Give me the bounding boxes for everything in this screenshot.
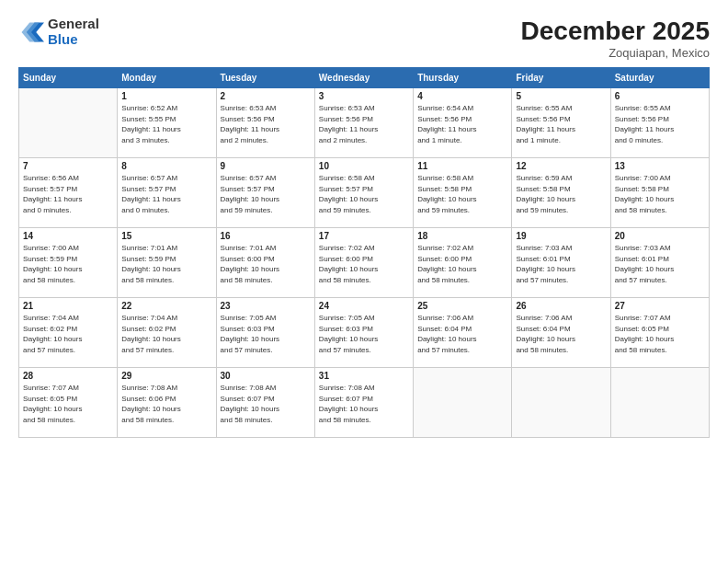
day-info: Sunrise: 6:55 AMSunset: 5:56 PMDaylight:… <box>516 103 606 145</box>
day-number: 26 <box>516 301 606 311</box>
calendar-cell: 17Sunrise: 7:02 AMSunset: 6:00 PMDayligh… <box>314 228 413 298</box>
day-number: 27 <box>615 301 705 311</box>
calendar-header-row: Sunday Monday Tuesday Wednesday Thursday… <box>19 68 710 88</box>
calendar-cell <box>610 368 709 438</box>
day-info: Sunrise: 7:00 AMSunset: 5:59 PMDaylight:… <box>23 243 113 285</box>
calendar-week-row-4: 21Sunrise: 7:04 AMSunset: 6:02 PMDayligh… <box>19 298 710 368</box>
day-info: Sunrise: 7:08 AMSunset: 6:07 PMDaylight:… <box>319 383 409 425</box>
col-friday: Friday <box>512 68 610 88</box>
day-info: Sunrise: 7:07 AMSunset: 6:05 PMDaylight:… <box>23 383 113 425</box>
day-info: Sunrise: 6:58 AMSunset: 5:58 PMDaylight:… <box>417 173 507 215</box>
calendar-cell: 25Sunrise: 7:06 AMSunset: 6:04 PMDayligh… <box>414 298 512 368</box>
day-info: Sunrise: 7:04 AMSunset: 6:02 PMDaylight:… <box>23 313 113 355</box>
day-info: Sunrise: 7:06 AMSunset: 6:04 PMDaylight:… <box>417 313 507 355</box>
day-number: 22 <box>121 301 211 311</box>
calendar-cell: 16Sunrise: 7:01 AMSunset: 6:00 PMDayligh… <box>216 228 314 298</box>
day-info: Sunrise: 6:58 AMSunset: 5:57 PMDaylight:… <box>319 173 409 215</box>
day-number: 7 <box>23 161 113 171</box>
calendar-week-row-5: 28Sunrise: 7:07 AMSunset: 6:05 PMDayligh… <box>19 368 710 438</box>
col-wednesday: Wednesday <box>314 68 413 88</box>
calendar-cell: 29Sunrise: 7:08 AMSunset: 6:06 PMDayligh… <box>118 368 216 438</box>
day-info: Sunrise: 6:57 AMSunset: 5:57 PMDaylight:… <box>221 173 311 215</box>
day-number: 16 <box>221 231 311 241</box>
day-number: 5 <box>516 91 606 101</box>
calendar-cell: 20Sunrise: 7:03 AMSunset: 6:01 PMDayligh… <box>610 228 709 298</box>
day-info: Sunrise: 6:57 AMSunset: 5:57 PMDaylight:… <box>121 173 211 215</box>
day-info: Sunrise: 7:05 AMSunset: 6:03 PMDaylight:… <box>221 313 311 355</box>
calendar-cell: 27Sunrise: 7:07 AMSunset: 6:05 PMDayligh… <box>610 298 709 368</box>
calendar-body: 1Sunrise: 6:52 AMSunset: 5:55 PMDaylight… <box>19 88 710 438</box>
calendar-cell: 28Sunrise: 7:07 AMSunset: 6:05 PMDayligh… <box>19 368 118 438</box>
day-number: 18 <box>417 231 507 241</box>
logo-blue-text: Blue <box>48 32 99 48</box>
day-info: Sunrise: 6:53 AMSunset: 5:56 PMDaylight:… <box>221 103 311 145</box>
day-number: 25 <box>417 301 507 311</box>
calendar-cell: 14Sunrise: 7:00 AMSunset: 5:59 PMDayligh… <box>19 228 118 298</box>
header: General Blue December 2025 Zoquiapan, Me… <box>18 17 710 60</box>
logo: General Blue <box>18 17 99 47</box>
calendar-cell: 7Sunrise: 6:56 AMSunset: 5:57 PMDaylight… <box>19 158 118 228</box>
day-number: 15 <box>121 231 211 241</box>
day-info: Sunrise: 7:08 AMSunset: 6:07 PMDaylight:… <box>221 383 311 425</box>
calendar-cell <box>414 368 512 438</box>
col-saturday: Saturday <box>610 68 709 88</box>
col-thursday: Thursday <box>414 68 512 88</box>
calendar-cell: 3Sunrise: 6:53 AMSunset: 5:56 PMDaylight… <box>314 88 413 158</box>
calendar-cell: 5Sunrise: 6:55 AMSunset: 5:56 PMDaylight… <box>512 88 610 158</box>
title-section: December 2025 Zoquiapan, Mexico <box>521 17 710 60</box>
calendar-cell: 6Sunrise: 6:55 AMSunset: 5:56 PMDaylight… <box>610 88 709 158</box>
logo-general-text: General <box>48 17 99 32</box>
location-subtitle: Zoquiapan, Mexico <box>521 46 710 60</box>
day-info: Sunrise: 7:04 AMSunset: 6:02 PMDaylight:… <box>121 313 211 355</box>
calendar-week-row-3: 14Sunrise: 7:00 AMSunset: 5:59 PMDayligh… <box>19 228 710 298</box>
calendar-cell: 12Sunrise: 6:59 AMSunset: 5:58 PMDayligh… <box>512 158 610 228</box>
day-number: 28 <box>23 371 113 381</box>
col-tuesday: Tuesday <box>216 68 314 88</box>
day-info: Sunrise: 7:08 AMSunset: 6:06 PMDaylight:… <box>121 383 211 425</box>
calendar-cell: 19Sunrise: 7:03 AMSunset: 6:01 PMDayligh… <box>512 228 610 298</box>
day-info: Sunrise: 7:02 AMSunset: 6:00 PMDaylight:… <box>417 243 507 285</box>
calendar-cell: 23Sunrise: 7:05 AMSunset: 6:03 PMDayligh… <box>216 298 314 368</box>
col-monday: Monday <box>118 68 216 88</box>
calendar-cell: 24Sunrise: 7:05 AMSunset: 6:03 PMDayligh… <box>314 298 413 368</box>
month-title: December 2025 <box>521 17 710 46</box>
day-info: Sunrise: 7:06 AMSunset: 6:04 PMDaylight:… <box>516 313 606 355</box>
calendar-week-row-1: 1Sunrise: 6:52 AMSunset: 5:55 PMDaylight… <box>19 88 710 158</box>
calendar-cell: 18Sunrise: 7:02 AMSunset: 6:00 PMDayligh… <box>414 228 512 298</box>
calendar-cell: 9Sunrise: 6:57 AMSunset: 5:57 PMDaylight… <box>216 158 314 228</box>
calendar-cell: 1Sunrise: 6:52 AMSunset: 5:55 PMDaylight… <box>118 88 216 158</box>
calendar-cell: 30Sunrise: 7:08 AMSunset: 6:07 PMDayligh… <box>216 368 314 438</box>
calendar-cell <box>512 368 610 438</box>
day-info: Sunrise: 7:03 AMSunset: 6:01 PMDaylight:… <box>615 243 705 285</box>
day-number: 21 <box>23 301 113 311</box>
day-number: 23 <box>221 301 311 311</box>
day-number: 24 <box>319 301 409 311</box>
calendar-cell: 26Sunrise: 7:06 AMSunset: 6:04 PMDayligh… <box>512 298 610 368</box>
calendar-table: Sunday Monday Tuesday Wednesday Thursday… <box>18 67 710 438</box>
day-info: Sunrise: 7:03 AMSunset: 6:01 PMDaylight:… <box>516 243 606 285</box>
day-info: Sunrise: 6:59 AMSunset: 5:58 PMDaylight:… <box>516 173 606 215</box>
calendar-cell: 8Sunrise: 6:57 AMSunset: 5:57 PMDaylight… <box>118 158 216 228</box>
day-number: 10 <box>319 161 409 171</box>
page: General Blue December 2025 Zoquiapan, Me… <box>0 0 728 563</box>
calendar-cell: 31Sunrise: 7:08 AMSunset: 6:07 PMDayligh… <box>314 368 413 438</box>
logo-icon <box>18 19 44 45</box>
day-info: Sunrise: 6:54 AMSunset: 5:56 PMDaylight:… <box>417 103 507 145</box>
day-number: 29 <box>121 371 211 381</box>
calendar-cell: 22Sunrise: 7:04 AMSunset: 6:02 PMDayligh… <box>118 298 216 368</box>
day-info: Sunrise: 7:07 AMSunset: 6:05 PMDaylight:… <box>615 313 705 355</box>
day-number: 30 <box>221 371 311 381</box>
svg-marker-1 <box>22 22 40 41</box>
day-number: 12 <box>516 161 606 171</box>
day-info: Sunrise: 7:01 AMSunset: 6:00 PMDaylight:… <box>221 243 311 285</box>
day-number: 20 <box>615 231 705 241</box>
day-number: 4 <box>417 91 507 101</box>
col-sunday: Sunday <box>19 68 118 88</box>
calendar-cell: 10Sunrise: 6:58 AMSunset: 5:57 PMDayligh… <box>314 158 413 228</box>
calendar-cell: 13Sunrise: 7:00 AMSunset: 5:58 PMDayligh… <box>610 158 709 228</box>
day-info: Sunrise: 7:01 AMSunset: 5:59 PMDaylight:… <box>121 243 211 285</box>
day-number: 14 <box>23 231 113 241</box>
calendar-week-row-2: 7Sunrise: 6:56 AMSunset: 5:57 PMDaylight… <box>19 158 710 228</box>
day-number: 9 <box>221 161 311 171</box>
calendar-cell: 11Sunrise: 6:58 AMSunset: 5:58 PMDayligh… <box>414 158 512 228</box>
